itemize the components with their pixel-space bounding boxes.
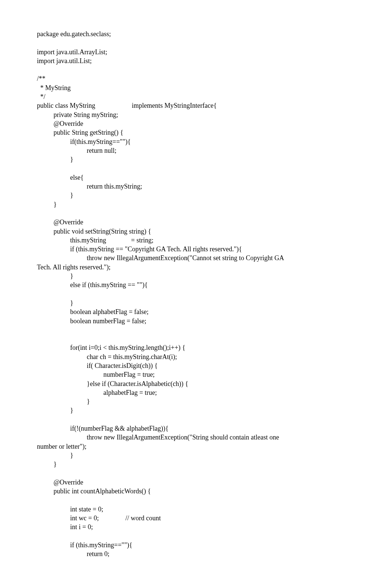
code-content: package edu.gatech.seclass; import java.… [37,30,284,558]
code-document: package edu.gatech.seclass; import java.… [0,0,392,576]
